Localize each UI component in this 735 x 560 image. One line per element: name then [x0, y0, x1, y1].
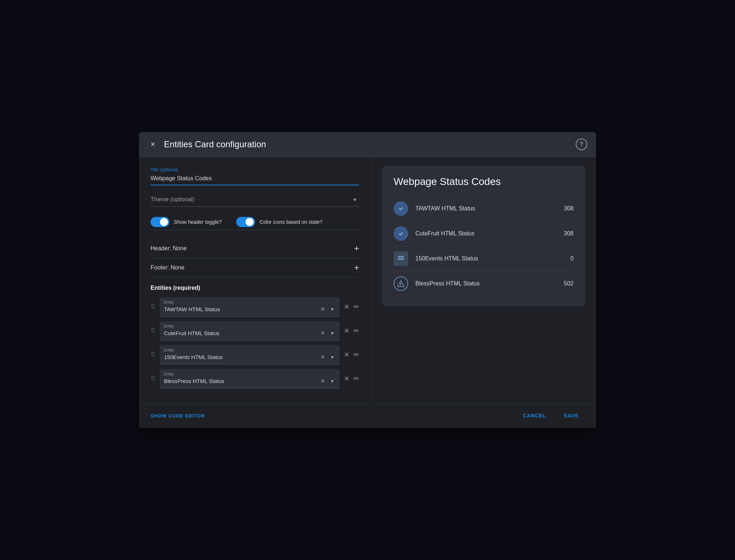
preview-entity-name-2: CuteFruit HTML Status: [415, 230, 564, 237]
preview-entity-value-4: 502: [564, 280, 574, 287]
entity-field-label-4: Entity: [164, 372, 335, 376]
entity-field-value-4: BlessPress HTML Status ✕ ▾: [164, 377, 335, 385]
entity-action-btns-2: ✕ ✏: [344, 327, 359, 335]
preview-entity-name-4: BlessPress HTML Status: [415, 280, 564, 287]
entity-field-label-1: Entity: [164, 300, 335, 304]
drag-handle-2[interactable]: ⠿: [151, 327, 155, 335]
entity-action-btns-4: ✕ ✏: [344, 375, 359, 383]
server-icon: [397, 255, 405, 263]
svg-point-5: [403, 259, 403, 259]
edit-entity-4-button[interactable]: ✏: [354, 375, 359, 383]
entity-field-label-3: Entity: [164, 348, 335, 352]
preview-entity-name-3: 150Events HTML Status: [415, 255, 570, 262]
entity-field-3: Entity 150Events HTML Status ✕ ▾: [160, 345, 340, 365]
warning-triangle-icon: [397, 280, 405, 288]
entity-item-3: ⠿ Entity 150Events HTML Status ✕ ▾: [151, 345, 359, 365]
save-button[interactable]: SAVE: [558, 409, 584, 422]
field-controls-2: ✕ ▾: [319, 329, 335, 337]
entity-action-btns-3: ✕ ✏: [344, 351, 359, 359]
remove-entity-4-button[interactable]: ✕: [344, 375, 349, 383]
modal-title: Entities Card configuration: [164, 139, 266, 149]
title-field-group: Title (optional): [151, 167, 359, 185]
preview-entity-row-3: 150Events HTML Status 0: [394, 246, 574, 271]
theme-select-wrapper: Theme (optional) ▾: [151, 193, 359, 207]
edit-entity-3-button[interactable]: ✏: [354, 351, 359, 359]
entity-icon-3: [394, 251, 408, 266]
entities-section-title: Entities (required): [151, 285, 359, 291]
field-controls-4: ✕ ▾: [319, 377, 335, 385]
entity-item-4: ⠿ Entity BlessPress HTML Status ✕ ▾: [151, 369, 359, 388]
preview-entity-row-4: BlessPress HTML Status 502: [394, 271, 574, 296]
preview-card-title: Webpage Status Codes: [394, 176, 574, 188]
preview-entity-name-1: TAWTAW HTML Status: [415, 205, 564, 212]
preview-entity-value-1: 308: [564, 205, 574, 212]
cancel-button[interactable]: CANCEL: [517, 409, 552, 422]
svg-point-4: [403, 256, 403, 257]
entities-card-config-modal: × Entities Card configuration ? Title (o…: [139, 132, 596, 428]
clear-entity-4-button[interactable]: ✕: [319, 377, 327, 385]
remove-entity-2-button[interactable]: ✕: [344, 327, 349, 335]
check-circle-icon-1: [397, 205, 405, 213]
clear-entity-3-button[interactable]: ✕: [319, 353, 327, 361]
footer-label: Footer: None: [151, 264, 184, 271]
footer-right: CANCEL SAVE: [517, 409, 584, 422]
entity-field-value-1: TAWTAW HTML Status ✕ ▾: [164, 305, 335, 313]
dropdown-entity-2-button[interactable]: ▾: [329, 329, 335, 337]
entity-field-2: Entity CuteFruit HTML Status ✕ ▾: [160, 321, 340, 341]
modal-body: Title (optional) Theme (optional) ▾: [139, 157, 596, 403]
show-header-toggle[interactable]: [151, 217, 169, 227]
clear-entity-1-button[interactable]: ✕: [319, 305, 327, 313]
dropdown-entity-1-button[interactable]: ▾: [329, 305, 335, 313]
toggles-row: Show header toggle? Color icons based on…: [151, 214, 359, 230]
entity-icon-2: [394, 226, 408, 241]
preview-entity-row-2: CuteFruit HTML Status 308: [394, 221, 574, 246]
help-button[interactable]: ?: [576, 139, 587, 150]
drag-handle-1[interactable]: ⠿: [151, 303, 155, 311]
preview-entity-value-2: 308: [564, 230, 574, 237]
check-circle-icon-2: [397, 230, 405, 238]
entity-field-value-2: CuteFruit HTML Status ✕ ▾: [164, 329, 335, 337]
header-label: Header: None: [151, 245, 187, 252]
add-header-button[interactable]: +: [354, 244, 359, 253]
footer-section-row: Footer: None +: [151, 258, 359, 277]
svg-point-8: [401, 285, 401, 286]
entities-list: ⠿ Entity TAWTAW HTML Status ✕ ▾: [151, 297, 359, 388]
remove-entity-3-button[interactable]: ✕: [344, 351, 349, 359]
title-input-wrapper: Title (optional): [151, 167, 359, 185]
dropdown-entity-4-button[interactable]: ▾: [329, 377, 335, 385]
clear-entity-2-button[interactable]: ✕: [319, 329, 327, 337]
add-footer-button[interactable]: +: [354, 263, 359, 272]
header-section-row: Header: None +: [151, 239, 359, 258]
entity-field-label-2: Entity: [164, 324, 335, 328]
close-button[interactable]: ×: [148, 139, 158, 150]
entity-icon-4: [394, 276, 408, 291]
entity-field-1: Entity TAWTAW HTML Status ✕ ▾: [160, 297, 340, 317]
theme-select[interactable]: Theme (optional): [151, 196, 359, 202]
title-input[interactable]: [151, 174, 359, 183]
modal-overlay: × Entities Card configuration ? Title (o…: [0, 0, 735, 560]
title-field-label: Title (optional): [151, 167, 359, 172]
svg-point-1: [398, 230, 404, 237]
color-icons-toggle-group: Color icons based on state?: [236, 217, 323, 227]
svg-point-0: [398, 205, 404, 212]
modal-header: × Entities Card configuration ?: [139, 132, 596, 157]
preview-panel: Webpage Status Codes TAWTAW HTML Status …: [371, 157, 596, 403]
remove-entity-1-button[interactable]: ✕: [344, 303, 349, 311]
show-code-editor-button[interactable]: SHOW CODE EDITOR: [151, 413, 205, 419]
entity-icon-1: [394, 201, 408, 216]
modal-header-left: × Entities Card configuration: [148, 139, 266, 150]
drag-handle-4[interactable]: ⠿: [151, 375, 155, 383]
color-icons-toggle[interactable]: [236, 217, 255, 227]
field-controls-1: ✕ ▾: [319, 305, 335, 313]
show-header-toggle-group: Show header toggle?: [151, 217, 222, 227]
preview-card: Webpage Status Codes TAWTAW HTML Status …: [382, 166, 585, 306]
color-icons-toggle-label: Color icons based on state?: [259, 219, 323, 225]
edit-entity-1-button[interactable]: ✏: [354, 303, 359, 311]
entity-field-value-3: 150Events HTML Status ✕ ▾: [164, 353, 335, 361]
config-panel: Title (optional) Theme (optional) ▾: [139, 157, 371, 403]
drag-handle-3[interactable]: ⠿: [151, 351, 155, 359]
entity-action-btns-1: ✕ ✏: [344, 303, 359, 311]
dropdown-entity-3-button[interactable]: ▾: [329, 353, 335, 361]
modal-footer: SHOW CODE EDITOR CANCEL SAVE: [139, 403, 596, 428]
edit-entity-2-button[interactable]: ✏: [354, 327, 359, 335]
